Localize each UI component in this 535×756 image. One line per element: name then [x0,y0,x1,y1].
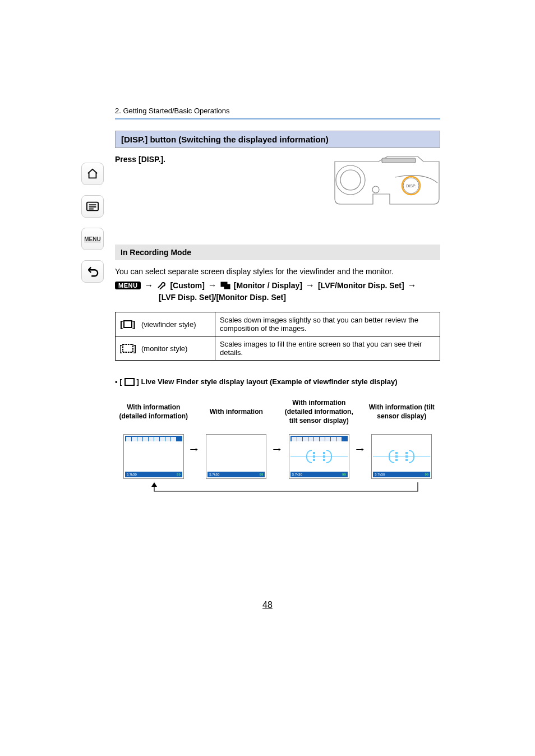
page-number: 48 [0,600,535,610]
thumb-text: 99 [177,473,181,476]
example-heading: • [ ] Live View Finder style display lay… [115,377,440,386]
back-icon [86,265,99,278]
mode-thumbnail-1: 5.7k3099 [123,434,184,479]
viewfinder-style-label: (viewfinder style) [141,320,196,329]
menu-chip: MENU [115,282,141,289]
press-row: Press [DISP.]. DISP. [115,155,440,205]
svg-rect-14 [124,321,132,328]
monitor-icon [220,282,230,289]
table-row: [] (viewfinder style) Scales down images… [116,312,440,336]
svg-text:[: [ [120,344,122,353]
mode-title-4: With information (tilt sensor display) [363,394,441,434]
page: MENU 2. Getting Started/Basic Operations… [0,0,535,756]
svg-rect-19 [125,379,134,385]
divider [115,118,440,119]
subsection-heading: In Recording Mode [115,245,440,260]
disp-button-label: DISP. [406,184,416,188]
nav-home-button[interactable] [81,163,104,185]
mode-title-1: With information (detailed information) [115,394,192,434]
svg-rect-4 [382,158,416,163]
svg-text:]: ] [132,320,135,329]
menu-monitor-display-label: [Monitor / Display] [234,281,302,290]
custom-wrench-icon [156,282,167,289]
arrow-icon: → [208,280,217,291]
thumb-text: 5.7k30 [375,473,385,476]
menu-path: MENU → [Custom] → [Monitor / Display] → … [115,280,440,291]
loop-back-arrow [115,482,440,499]
nav-back-button[interactable] [81,260,104,283]
mode-thumbnail-2: 5.7k3099 [206,434,266,479]
bullet-prefix: • [ [115,377,122,386]
section-heading: [DISP.] button (Switching the displayed … [115,131,440,148]
menu-custom-label: [Custom] [170,281,204,290]
intro-text: You can select separate screen display s… [115,266,440,277]
nav-menu-button[interactable]: MENU [81,228,104,250]
monitor-style-label: (monitor style) [141,344,187,353]
thumb-text: 5.7k30 [292,473,302,476]
thumb-text: 5.7k30 [127,473,137,476]
svg-rect-12 [224,284,230,289]
thumb-text: 99 [342,473,346,476]
press-instruction: Press [DISP.]. [115,155,165,164]
sidebar-nav: MENU [81,163,104,283]
arrow-icon: → [144,280,153,291]
bullet-text: ] Live View Finder style display layout … [137,377,398,386]
mode-col-3: With information (detailed information, … [280,394,358,479]
arrow-icon: → [306,280,315,291]
svg-text:]: ] [133,344,136,353]
toc-icon [86,201,99,211]
mode-col-4: With information (tilt sensor display) 5… [363,394,441,479]
mode-title-2: With information [198,394,275,434]
viewfinder-style-icon: [] [120,319,136,330]
svg-rect-17 [123,344,133,352]
viewfinder-style-desc: Scales down images slightly so that you … [215,312,440,336]
nav-toc-button[interactable] [81,195,104,218]
arrow-icon: → [408,280,417,291]
monitor-style-icon: [] [120,343,136,354]
thumb-text: 5.7k30 [209,473,219,476]
mode-col-1: With information (detailed information) … [115,394,192,479]
mode-title-3: With information (detailed information, … [280,394,358,434]
mode-col-2: With information 5.7k3099 [198,394,275,479]
display-modes-grid: With information (detailed information) … [115,394,440,479]
menu-path-line2: [LVF Disp. Set]/[Monitor Disp. Set] [115,293,440,302]
arrow-icon: → [354,442,366,457]
breadcrumb: 2. Getting Started/Basic Operations [115,107,440,115]
thumb-text: 99 [425,473,429,476]
viewfinder-style-icon [124,378,135,386]
arrow-icon: → [271,442,283,457]
home-icon [86,168,99,180]
styles-table: [] (viewfinder style) Scales down images… [115,312,440,361]
table-row: [] (monitor style) Scales images to fill… [116,336,440,361]
monitor-style-desc: Scales images to fill the entire screen … [215,336,440,361]
mode-thumbnail-3: 5.7k3099 [289,434,349,479]
arrow-icon: → [188,442,200,457]
svg-point-6 [340,170,361,190]
thumb-text: 99 [260,473,264,476]
camera-illustration: DISP. [334,155,440,205]
svg-point-7 [372,186,379,193]
main-content: 2. Getting Started/Basic Operations [DIS… [115,107,440,499]
mode-thumbnail-4: 5.7k3099 [371,434,432,479]
svg-rect-10 [163,282,164,283]
menu-lvf-monitor-label: [LVF/Monitor Disp. Set] [318,281,404,290]
svg-text:[: [ [120,320,123,329]
